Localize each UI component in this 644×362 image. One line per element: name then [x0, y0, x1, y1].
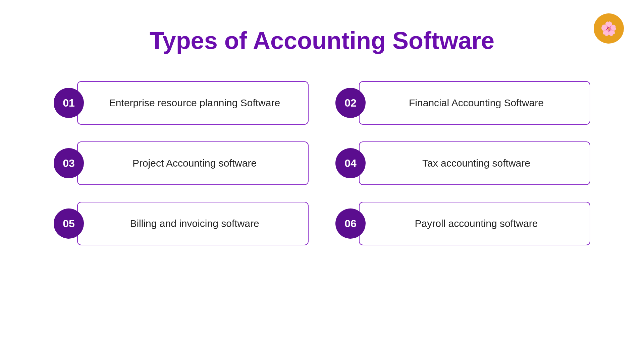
item-box-5: Billing and invoicing software [77, 202, 309, 245]
item-label-4: Tax accounting software [422, 156, 530, 170]
items-grid: 01Enterprise resource planning Software0… [0, 81, 644, 245]
number-circle-5: 05 [54, 208, 84, 239]
logo-badge: 🌸 [594, 13, 624, 44]
item-box-4: Tax accounting software [359, 141, 590, 185]
grid-item-5: 05Billing and invoicing software [54, 202, 309, 245]
item-label-2: Financial Accounting Software [409, 96, 544, 110]
item-box-2: Financial Accounting Software [359, 81, 590, 125]
item-box-6: Payroll accounting software [359, 202, 590, 245]
number-circle-1: 01 [54, 88, 84, 118]
grid-item-3: 03Project Accounting software [54, 141, 309, 185]
number-circle-2: 02 [335, 88, 366, 118]
grid-item-1: 01Enterprise resource planning Software [54, 81, 309, 125]
item-label-3: Project Accounting software [132, 156, 257, 170]
item-label-1: Enterprise resource planning Software [109, 96, 280, 110]
number-circle-3: 03 [54, 148, 84, 178]
grid-item-4: 04Tax accounting software [335, 141, 590, 185]
grid-item-6: 06Payroll accounting software [335, 202, 590, 245]
number-circle-4: 04 [335, 148, 366, 178]
logo-icon: 🌸 [600, 21, 617, 37]
item-label-6: Payroll accounting software [415, 217, 538, 231]
item-box-3: Project Accounting software [77, 141, 309, 185]
page-title: Types of Accounting Software [0, 0, 644, 74]
item-label-5: Billing and invoicing software [130, 217, 259, 231]
number-circle-6: 06 [335, 208, 366, 239]
item-box-1: Enterprise resource planning Software [77, 81, 309, 125]
grid-item-2: 02Financial Accounting Software [335, 81, 590, 125]
